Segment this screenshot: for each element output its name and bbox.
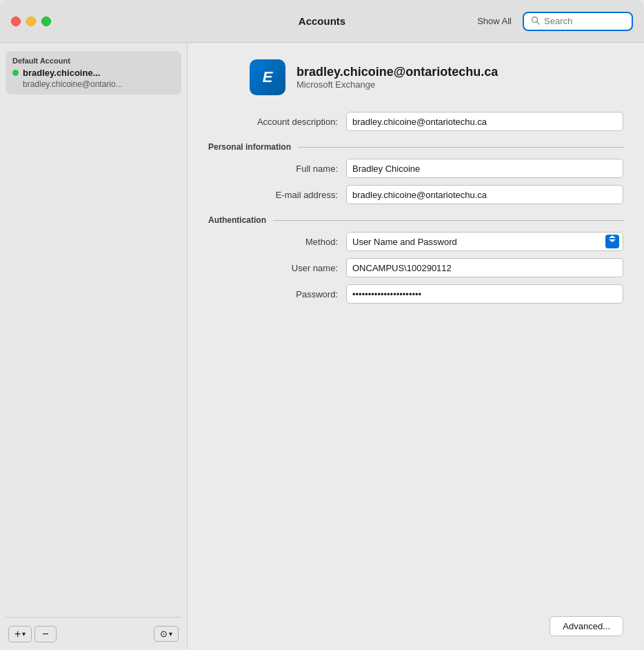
title-bar-right: Show All — [477, 12, 633, 31]
authentication-divider: Authentication — [208, 215, 623, 225]
method-select-wrapper: User Name and Password Kerberos NTLM — [346, 232, 623, 251]
search-input[interactable] — [544, 16, 625, 26]
personal-info-line — [298, 147, 623, 148]
email-address-label: E-mail address: — [208, 190, 346, 200]
user-name-label: User name: — [208, 263, 346, 273]
account-header-email: bradley.chicoine@ontariotechu.ca — [296, 65, 498, 79]
email-address-row: E-mail address: — [208, 185, 623, 204]
title-bar: Accounts Show All — [0, 0, 644, 43]
action-chevron-icon: ▾ — [169, 630, 172, 638]
status-dot — [12, 70, 19, 76]
account-list-item[interactable]: Default Account bradley.chicoine... brad… — [6, 51, 181, 95]
account-header: E bradley.chicoine@ontariotechu.ca Micro… — [208, 59, 623, 95]
personal-info-divider: Personal information — [208, 142, 623, 152]
show-all-button[interactable]: Show All — [477, 16, 512, 26]
method-select[interactable]: User Name and Password Kerberos NTLM — [346, 232, 623, 251]
add-chevron-icon: ▾ — [22, 630, 26, 638]
detail-footer: Advanced... — [208, 605, 623, 636]
account-name-short: bradley.chicoine... — [23, 68, 100, 78]
account-name-row: bradley.chicoine... — [12, 68, 174, 78]
sidebar-toolbar: + ▾ − ⊙ ▾ — [6, 617, 181, 650]
remove-account-button[interactable]: − — [34, 626, 56, 642]
traffic-lights — [11, 17, 51, 26]
authentication-label: Authentication — [208, 215, 273, 225]
sidebar-spacer — [6, 95, 181, 617]
add-account-button[interactable]: + ▾ — [8, 626, 32, 642]
account-description-label: Account description: — [208, 117, 346, 127]
exchange-icon-letter: E — [263, 68, 273, 86]
full-name-label: Full name: — [208, 164, 346, 174]
account-email-short: bradley.chicoine@ontario... — [12, 79, 174, 89]
action-menu-button[interactable]: ⊙ ▾ — [154, 626, 179, 642]
password-label: Password: — [208, 289, 346, 299]
window: Accounts Show All Default Account — [0, 0, 644, 650]
maximize-button[interactable] — [41, 17, 51, 26]
default-account-label: Default Account — [12, 57, 174, 65]
full-name-row: Full name: — [208, 159, 623, 178]
email-address-input[interactable] — [346, 185, 623, 204]
search-box — [523, 12, 633, 31]
plus-icon: + — [14, 629, 21, 640]
account-description-input[interactable] — [346, 112, 623, 131]
method-row: Method: User Name and Password Kerberos … — [208, 232, 623, 251]
password-input[interactable] — [346, 284, 623, 304]
close-button[interactable] — [11, 17, 21, 26]
password-row: Password: — [208, 284, 623, 304]
account-header-info: bradley.chicoine@ontariotechu.ca Microso… — [296, 65, 498, 90]
main-content: Default Account bradley.chicoine... brad… — [0, 43, 644, 650]
user-name-row: User name: — [208, 258, 623, 277]
advanced-button[interactable]: Advanced... — [550, 616, 623, 636]
detail-panel: E bradley.chicoine@ontariotechu.ca Micro… — [188, 43, 644, 650]
action-icon: ⊙ — [160, 629, 168, 639]
full-name-input[interactable] — [346, 159, 623, 178]
account-form: Account description: Personal informatio… — [208, 112, 623, 311]
authentication-line — [273, 220, 623, 221]
user-name-input[interactable] — [346, 258, 623, 277]
sidebar: Default Account bradley.chicoine... brad… — [0, 43, 188, 650]
account-header-type: Microsoft Exchange — [296, 79, 498, 90]
personal-info-label: Personal information — [208, 142, 298, 152]
svg-line-1 — [537, 21, 540, 24]
account-description-row: Account description: — [208, 112, 623, 131]
method-label: Method: — [208, 237, 346, 247]
exchange-icon: E — [250, 59, 285, 95]
minimize-button[interactable] — [26, 17, 36, 26]
window-title: Accounts — [299, 15, 345, 27]
search-icon — [531, 16, 540, 27]
